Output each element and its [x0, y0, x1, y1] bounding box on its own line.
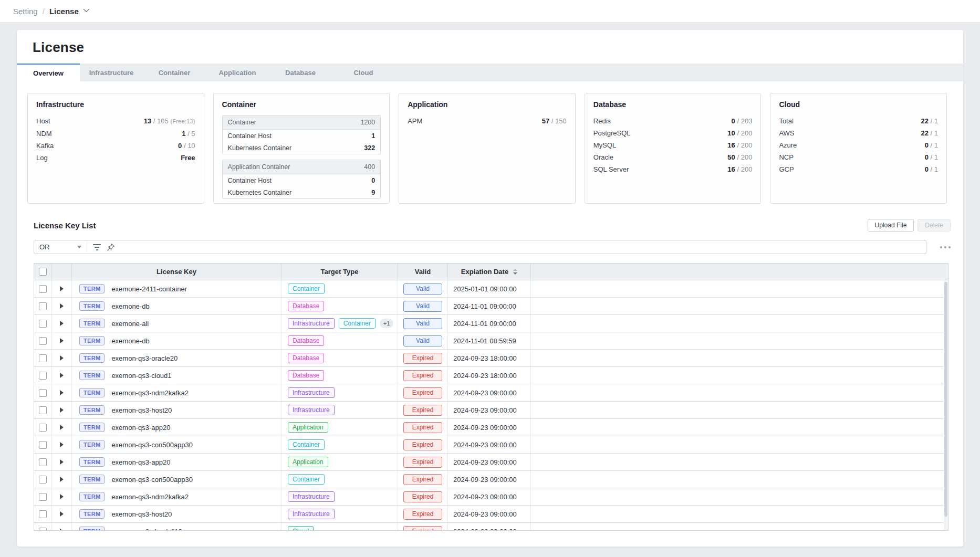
scrollbar-thumb[interactable]: [944, 282, 947, 517]
breadcrumb-setting[interactable]: Setting: [13, 7, 38, 16]
tab-container[interactable]: Container: [143, 64, 206, 81]
license-key-list-title: License Key List: [34, 221, 96, 230]
expand-row-icon[interactable]: [60, 390, 64, 395]
stat-row: GCP0 / 1: [779, 163, 938, 175]
pin-icon[interactable]: [107, 243, 115, 251]
filter-bar: OR: [34, 240, 926, 254]
expand-row-icon[interactable]: [60, 459, 64, 465]
license-key: exemon-qs3-con500app30: [111, 476, 193, 484]
expand-row-icon[interactable]: [60, 303, 64, 309]
row-filler: [531, 384, 948, 401]
tab-database[interactable]: Database: [269, 64, 332, 81]
row-checkbox[interactable]: [39, 337, 47, 345]
expand-row-icon[interactable]: [60, 407, 64, 413]
tab-application[interactable]: Application: [206, 64, 269, 81]
expand-row-icon[interactable]: [60, 442, 64, 447]
row-checkbox[interactable]: [39, 320, 47, 328]
row-checkbox[interactable]: [39, 354, 47, 362]
expand-row-icon[interactable]: [60, 355, 64, 361]
license-key: exemon-qs3-app20: [111, 424, 170, 432]
expiration-date: 2025-01-01 09:00:00: [448, 280, 531, 297]
expiration-date: 2024-09-23 18:00:00: [448, 350, 531, 366]
table-row[interactable]: TERMexemon-qs3-app20ApplicationExpired20…: [34, 454, 948, 471]
column-target-type: Target Type: [282, 264, 398, 280]
stat-row: NCP0 / 1: [779, 151, 938, 163]
expiration-date: 2024-09-23 09:00:00: [448, 436, 531, 453]
table-row[interactable]: TERMexemone-dbDatabaseValid2024-11-01 08…: [34, 332, 948, 350]
more-targets-chip: +1: [380, 319, 394, 328]
table-row[interactable]: TERMexemon-qs3-ndm2kafka2InfrastructureE…: [34, 488, 948, 506]
row-filler: [531, 454, 948, 470]
expiration-date: 2024-09-23 09:00:00: [448, 488, 531, 505]
table-row[interactable]: TERMexemon-qs3-con500app30ContainerExpir…: [34, 436, 948, 454]
expand-row-icon[interactable]: [60, 321, 64, 326]
row-checkbox[interactable]: [39, 510, 47, 518]
expand-row-icon[interactable]: [60, 529, 64, 531]
table-row[interactable]: TERMexemon-qs3-host20InfrastructureExpir…: [34, 402, 948, 419]
term-badge: TERM: [79, 301, 105, 311]
table-scrollbar[interactable]: [944, 281, 948, 530]
expand-row-icon[interactable]: [60, 373, 64, 378]
row-checkbox[interactable]: [39, 458, 47, 466]
row-checkbox[interactable]: [39, 476, 47, 484]
filter-operator-value: OR: [39, 243, 50, 251]
delete-button[interactable]: Delete: [918, 219, 951, 232]
expiration-date: 2024-09-23 09:00:00: [448, 384, 531, 401]
expiration-date: 2024-09-23 09:00:00: [448, 419, 531, 436]
expand-row-icon[interactable]: [60, 494, 64, 499]
upload-file-button[interactable]: Upload File: [868, 219, 914, 232]
target-type-badge: Infrastructure: [288, 405, 335, 415]
column-expiration-date[interactable]: Expiation Date: [448, 264, 531, 280]
row-filler: [531, 298, 948, 314]
valid-badge: Expired: [403, 422, 442, 433]
row-filler: [531, 419, 948, 436]
row-checkbox[interactable]: [39, 302, 47, 310]
row-filler: [531, 367, 948, 384]
expand-row-icon[interactable]: [60, 338, 64, 343]
tab-overview[interactable]: Overview: [17, 64, 80, 81]
expand-row-icon[interactable]: [60, 511, 64, 517]
table-row[interactable]: TERMexemone-allInfrastructureContainer+1…: [34, 315, 948, 332]
select-all-checkbox[interactable]: [39, 268, 47, 276]
table-options-menu[interactable]: [938, 244, 953, 250]
license-key: exemon-qs3-cloud1: [111, 372, 171, 380]
table-row[interactable]: TERMexemon-qs3-host20InfrastructureExpir…: [34, 506, 948, 523]
row-checkbox[interactable]: [39, 406, 47, 414]
row-filler: [531, 523, 948, 531]
license-key: exemon-qs3-ndm2kafka2: [111, 389, 189, 397]
table-row[interactable]: TERMexemon-qs3-con500app30ContainerExpir…: [34, 471, 948, 488]
target-type-badge: Container: [288, 283, 325, 294]
row-checkbox[interactable]: [39, 372, 47, 380]
card-title: Infrastructure: [36, 100, 195, 109]
term-badge: TERM: [79, 492, 105, 501]
filter-operator-select[interactable]: OR: [34, 240, 87, 254]
table-row[interactable]: TERMexemon-qs3-oracle20DatabaseExpired20…: [34, 350, 948, 367]
table-row[interactable]: TERMexemon-qs3-ndm2kafka2InfrastructureE…: [34, 384, 948, 402]
table-row[interactable]: TERMexemone-dbDatabaseValid2024-11-01 09…: [34, 298, 948, 315]
table-row[interactable]: TERMexemone-2411-containerContainerValid…: [34, 280, 948, 298]
tab-bar: OverviewInfrastructureContainerApplicati…: [17, 64, 963, 81]
card-cloud: Cloud Total22 / 1AWS22 / 1Azure0 / 1NCP0…: [770, 93, 947, 204]
row-checkbox[interactable]: [39, 528, 47, 531]
stat-row: Redis0 / 203: [593, 115, 753, 127]
row-checkbox[interactable]: [39, 441, 47, 449]
card-infrastructure: Infrastructure Host13 / 105 (Free:13)NDM…: [27, 93, 204, 204]
expiration-date: 2024-11-01 09:00:00: [448, 298, 531, 314]
tab-infrastructure[interactable]: Infrastructure: [80, 64, 143, 81]
term-badge: TERM: [79, 527, 105, 531]
tab-cloud[interactable]: Cloud: [332, 64, 395, 81]
table-row[interactable]: TERMexemon-qs3-app20ApplicationExpired20…: [34, 419, 948, 436]
row-checkbox[interactable]: [39, 424, 47, 432]
page-title: License: [33, 39, 84, 56]
breadcrumb-license-dropdown[interactable]: License: [49, 7, 88, 16]
filter-icon[interactable]: [93, 244, 101, 250]
table-row[interactable]: TERMexemon-qs3-cloudall10CloudExpired202…: [34, 523, 948, 531]
row-checkbox[interactable]: [39, 389, 47, 397]
expand-row-icon[interactable]: [60, 425, 64, 430]
table-row[interactable]: TERMexemon-qs3-cloud1DatabaseExpired2024…: [34, 367, 948, 384]
row-checkbox[interactable]: [39, 493, 47, 501]
expand-row-icon[interactable]: [60, 286, 64, 291]
row-checkbox[interactable]: [39, 285, 47, 293]
breadcrumb-current-label: License: [49, 7, 79, 16]
expand-row-icon[interactable]: [60, 477, 64, 482]
